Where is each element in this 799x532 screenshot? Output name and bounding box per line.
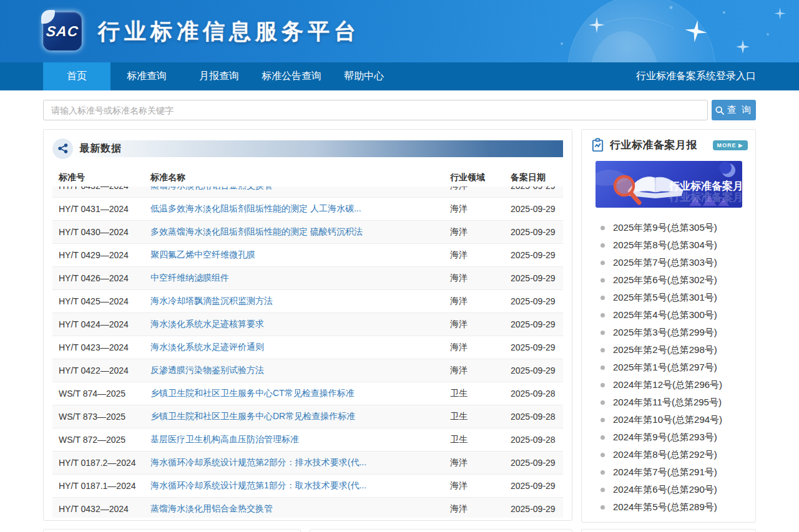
standard-number: HY/T 0426—2024 xyxy=(59,273,150,283)
bullet-dot xyxy=(600,505,605,510)
filing-date: 2025-09-28 xyxy=(511,412,563,422)
latest-data-title: 最新数据 xyxy=(79,142,122,155)
nav-tab-monthly-search[interactable]: 月报查询 xyxy=(183,62,255,90)
monthly-report-item[interactable]: 2024年第7号(总第291号) xyxy=(600,463,749,481)
monthly-report-item[interactable]: 2025年第7号(总第303号) xyxy=(600,254,749,271)
monthly-report-item[interactable]: 2024年第9号(总第293号) xyxy=(600,428,749,446)
monthly-report-item[interactable]: 2025年第4号(总第300号) xyxy=(600,306,749,324)
standard-name-link[interactable]: 低温多效海水淡化阻垢剂阻垢性能的测定 人工海水碳... xyxy=(150,203,450,215)
share-icon xyxy=(52,138,73,159)
table-row: HY/T 0432—2024蒸馏海水淡化用铝合金热交换管海洋2025-09-29 xyxy=(52,498,563,518)
industry-field: 海洋 xyxy=(450,203,511,215)
search-bar: 查 询 xyxy=(43,100,756,120)
monthly-report-item[interactable]: 2024年第10号(总第294号) xyxy=(600,411,749,428)
table-row: HY/T 0423—2024海水淡化系统水足迹评价通则海洋2025-09-29 xyxy=(52,336,563,359)
monthly-report-item-label: 2025年第6号(总第302号) xyxy=(613,274,717,286)
nav-tab-announcement-search[interactable]: 标准公告查询 xyxy=(255,62,328,90)
monthly-report-item[interactable]: 2025年第5号(总第301号) xyxy=(600,289,749,306)
table-body: HY/T 0432—2024蒸馏海水淡化用铝合金热交换管海洋2025-09-29… xyxy=(52,186,563,518)
monthly-report-item-label: 2024年第9号(总第293号) xyxy=(613,432,717,443)
monthly-report-item-label: 2024年第7号(总第291号) xyxy=(613,467,717,478)
col-standard-name: 标准名称 xyxy=(150,172,450,183)
standard-name-link[interactable]: 多效蒸馏海水淡化阻垢剂阻垢性能的测定 硫酸钙沉积法 xyxy=(150,226,450,238)
standard-name-link[interactable]: 基层医疗卫生机构高血压防治管理标准 xyxy=(150,434,450,445)
filing-system-login-link[interactable]: 行业标准备案系统登录入口 xyxy=(636,62,756,90)
bullet-dot xyxy=(600,226,605,230)
standard-name-link[interactable]: 海水循环冷却系统设计规范第2部分：排水技术要求(代... xyxy=(150,457,450,468)
table-row: HY/T 0430—2024多效蒸馏海水淡化阻垢剂阻垢性能的测定 硫酸钙沉积法海… xyxy=(52,221,563,244)
monthly-report-item-label: 2025年第3号(总第299号) xyxy=(613,327,717,339)
search-button[interactable]: 查 询 xyxy=(712,100,756,120)
monthly-report-item-label: 2024年第10号(总第294号) xyxy=(613,414,722,426)
filing-date: 2025-09-29 xyxy=(511,204,563,214)
nav-tab-help-center[interactable]: 帮助中心 xyxy=(328,62,400,90)
standard-name-link[interactable]: 中空纤维纳滤膜组件 xyxy=(150,273,450,284)
monthly-report-item[interactable]: 2024年第8号(总第292号) xyxy=(600,446,749,463)
standard-name-link[interactable]: 蒸馏海水淡化用铝合金热交换管 xyxy=(150,503,450,515)
monthly-report-item[interactable]: 2025年第2号(总第298号) xyxy=(600,341,749,359)
nav-tabs: 首页标准查询月报查询标准公告查询帮助中心 xyxy=(43,62,400,90)
bullet-dot xyxy=(600,278,605,283)
standard-name-link[interactable]: 海水循环冷却系统设计规范第1部分：取水技术要求(代... xyxy=(150,480,450,491)
monthly-report-item-label: 2024年第11号(总第295号) xyxy=(613,397,722,409)
standard-name-link[interactable]: 聚四氟乙烯中空纤维微孔膜 xyxy=(150,249,450,261)
standard-name-link[interactable]: 反渗透膜污染物鉴别试验方法 xyxy=(150,365,450,376)
industry-field: 海洋 xyxy=(450,273,511,284)
table-scroll-area[interactable]: HY/T 0432—2024蒸馏海水淡化用铝合金热交换管海洋2025-09-29… xyxy=(52,186,563,518)
industry-field: 卫生 xyxy=(450,411,511,422)
monthly-report-banner[interactable]: 行业标准备案月报 行业标准备案月报 xyxy=(596,161,742,208)
monthly-report-item[interactable]: 2024年第6号(总第290号) xyxy=(600,481,749,498)
sac-logo[interactable]: SAC xyxy=(43,12,82,51)
monthly-report-item-label: 2025年第4号(总第300号) xyxy=(613,309,717,321)
filing-date: 2025-09-28 xyxy=(511,435,563,445)
nav-tab-standard-search[interactable]: 标准查询 xyxy=(110,62,183,90)
standard-name-link[interactable]: 海水淡化系统水足迹核算要求 xyxy=(150,319,450,330)
nav-tab-home[interactable]: 首页 xyxy=(43,62,110,90)
more-button[interactable]: MORE ▶ xyxy=(713,140,748,150)
bullet-dot xyxy=(600,331,605,335)
standard-number: HY/T 0422—2024 xyxy=(59,365,150,375)
standard-number: WS/T 873—2025 xyxy=(59,412,150,422)
filing-date: 2025-09-29 xyxy=(511,342,563,352)
standard-name-link[interactable]: 乡镇卫生院和社区卫生服务中心CT常见检查操作标准 xyxy=(150,388,450,399)
monthly-report-item[interactable]: 2024年第11号(总第295号) xyxy=(600,394,749,411)
monthly-report-item-label: 2024年第12号(总第296号) xyxy=(613,379,722,391)
monthly-report-item[interactable]: 2025年第1号(总第297号) xyxy=(600,359,749,376)
standard-number: HY/T 0430—2024 xyxy=(59,227,150,237)
search-button-label: 查 询 xyxy=(727,104,752,116)
monthly-report-item[interactable]: 2025年第6号(总第302号) xyxy=(600,271,749,289)
filing-date: 2025-09-29 xyxy=(511,458,563,468)
table-row: HY/T 0422—2024反渗透膜污染物鉴别试验方法海洋2025-09-29 xyxy=(52,359,563,382)
industry-field: 卫生 xyxy=(450,388,511,399)
industry-field: 海洋 xyxy=(450,503,511,515)
monthly-report-item[interactable]: 2025年第3号(总第299号) xyxy=(600,324,749,341)
monthly-report-item[interactable]: 2025年第8号(总第304号) xyxy=(600,236,749,254)
monthly-report-item-label: 2024年第5号(总第289号) xyxy=(613,501,717,513)
site-title: 行业标准信息服务平台 xyxy=(98,17,360,46)
table-header: 标准号 标准名称 行业领域 备案日期 xyxy=(52,169,563,186)
sac-logo-text: SAC xyxy=(46,23,79,40)
filing-date: 2025-09-29 xyxy=(511,481,563,491)
bullet-dot xyxy=(600,296,605,300)
col-standard-no: 标准号 xyxy=(59,172,150,183)
standard-name-link[interactable]: 乡镇卫生院和社区卫生服务中心DR常见检查操作标准 xyxy=(150,411,450,422)
table-row: HY/T 0429—2024聚四氟乙烯中空纤维微孔膜海洋2025-09-29 xyxy=(52,244,563,267)
monthly-report-item[interactable]: 2025年第9号(总第305号) xyxy=(600,219,749,236)
monthly-report-item[interactable]: 2024年第5号(总第289号) xyxy=(600,498,749,516)
monthly-report-title: 行业标准备案月报 xyxy=(610,138,697,152)
standard-name-link[interactable]: 蒸馏海水淡化用铝合金热交换管 xyxy=(150,186,450,191)
filing-date: 2025-09-29 xyxy=(511,186,563,191)
monthly-report-item-label: 2025年第8号(总第304号) xyxy=(613,239,717,251)
standard-name-link[interactable]: 海水冷却塔飘滴盐沉积监测方法 xyxy=(150,296,450,307)
industry-field: 海洋 xyxy=(450,296,511,307)
standard-name-link[interactable]: 海水淡化系统水足迹评价通则 xyxy=(150,342,450,353)
bullet-dot xyxy=(600,470,605,475)
industry-field: 海洋 xyxy=(450,457,511,468)
search-input[interactable] xyxy=(43,100,708,120)
industry-field: 海洋 xyxy=(450,342,511,353)
monthly-report-item[interactable]: 2024年第12号(总第296号) xyxy=(600,376,749,394)
table-row: WS/T 873—2025乡镇卫生院和社区卫生服务中心DR常见检查操作标准卫生2… xyxy=(52,405,563,428)
standard-number: HY/T 0187.2—2024 xyxy=(59,458,150,468)
bullet-dot xyxy=(600,313,605,317)
svg-text:行业标准备案月报: 行业标准备案月报 xyxy=(669,191,742,203)
